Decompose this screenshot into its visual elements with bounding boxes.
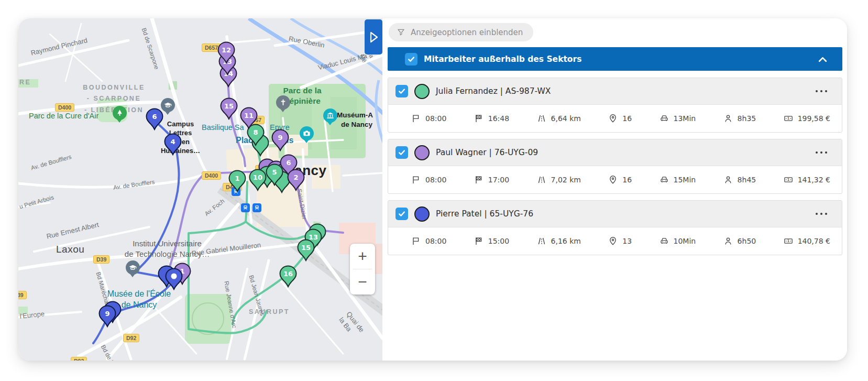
employee-checkbox[interactable] bbox=[395, 146, 408, 159]
employee-row-header[interactable]: Paul Wagner | 76-UYG-09 bbox=[388, 139, 842, 166]
route-pin-6[interactable]: 6 bbox=[146, 108, 163, 130]
map-label: Bd de F bbox=[99, 343, 116, 361]
check-icon bbox=[398, 87, 406, 95]
road-icon bbox=[537, 236, 546, 246]
route-pin-4[interactable]: 4 bbox=[164, 133, 182, 156]
route-pin-1[interactable]: 1 bbox=[228, 170, 246, 192]
map-label: Rue Gabriel Mouilleron bbox=[191, 241, 261, 258]
finish-flag-icon bbox=[474, 114, 484, 123]
row-menu-button[interactable] bbox=[815, 210, 828, 218]
row-menu-button[interactable] bbox=[815, 148, 828, 157]
check-icon bbox=[407, 55, 415, 63]
church-poi-icon[interactable] bbox=[276, 95, 290, 110]
map-zoom-control: + − bbox=[350, 244, 375, 295]
stat-banknote: 140,78 € bbox=[784, 236, 830, 246]
depot-pin[interactable] bbox=[165, 268, 183, 290]
section-header[interactable]: Mitarbeiter außerhalb des Sektors bbox=[388, 47, 842, 71]
tree-poi-icon[interactable] bbox=[113, 106, 127, 120]
row-menu-button[interactable] bbox=[815, 87, 828, 95]
svg-text:9: 9 bbox=[105, 310, 109, 318]
road-shield: D400 bbox=[55, 103, 74, 112]
route-pin-9[interactable]: 9 bbox=[98, 305, 116, 328]
stat-road: 7,02 km bbox=[537, 175, 581, 184]
employee-stats: 08:0015:006,16 km1310Min6h50140,78 € bbox=[388, 227, 842, 255]
stops-pin-icon bbox=[608, 236, 618, 246]
stat-car: 15Min bbox=[660, 175, 696, 184]
camera-poi-icon[interactable] bbox=[300, 126, 314, 140]
svg-text:4: 4 bbox=[170, 138, 175, 146]
svg-text:16: 16 bbox=[283, 270, 293, 278]
stat-person: 8h35 bbox=[723, 114, 756, 123]
route-pin-9[interactable]: 9 bbox=[271, 129, 289, 151]
display-options-button[interactable]: Anzeigeoptionen einblenden bbox=[389, 23, 533, 41]
route-pin-15[interactable]: 15 bbox=[297, 239, 315, 262]
banknote-icon bbox=[784, 175, 793, 184]
train-station-icon[interactable] bbox=[252, 203, 261, 212]
cap-poi-icon[interactable] bbox=[126, 260, 140, 275]
display-options-label: Anzeigeoptionen einblenden bbox=[411, 28, 523, 37]
employee-name: Pierre Patel | 65-UYG-76 bbox=[436, 209, 533, 219]
map-label: Basilique Sa bbox=[202, 122, 244, 133]
employee-checkbox[interactable] bbox=[395, 208, 408, 220]
section-checkbox[interactable] bbox=[405, 53, 417, 66]
banknote-icon bbox=[784, 114, 793, 123]
map-label: u Petit Arbois bbox=[18, 193, 55, 211]
employee-stats: 08:0017:007,02 km1615Min8h45141,32 € bbox=[388, 166, 842, 193]
stat-start-flag: 08:00 bbox=[411, 236, 446, 246]
map-label: de Nancy bbox=[341, 120, 372, 130]
map-label: Av. de Boufflers bbox=[30, 153, 72, 172]
start-flag-icon bbox=[411, 175, 421, 184]
route-pin-16[interactable]: 16 bbox=[279, 265, 297, 288]
map-label: Rue Oberlin bbox=[288, 34, 326, 50]
route-pin-11[interactable]: 11 bbox=[240, 107, 258, 129]
svg-text:15: 15 bbox=[224, 102, 234, 110]
map-label: Rue Ernest Albert bbox=[46, 220, 100, 242]
person-icon bbox=[723, 175, 733, 184]
stat-road: 6,16 km bbox=[537, 236, 581, 246]
map-label: Raymond Pinchard bbox=[30, 36, 89, 58]
collapse-section-button[interactable] bbox=[818, 56, 828, 63]
employee-row: Pierre Patel | 65-UYG-76 08:0015:006,16 … bbox=[388, 200, 842, 255]
employee-row-header[interactable]: Julia Fernandez | AS-987-WX bbox=[388, 78, 842, 105]
map-label: Muséum-A bbox=[337, 111, 373, 121]
person-icon bbox=[723, 236, 733, 246]
car-icon bbox=[660, 175, 669, 184]
map-canvas[interactable]: Raymond PinchardREBOUDONVILLE - SCARPONE… bbox=[18, 18, 382, 361]
map-label: Viaduc Louis Ma bbox=[317, 51, 368, 73]
employee-checkbox[interactable] bbox=[395, 85, 408, 97]
map-label: Laxou bbox=[56, 243, 84, 257]
map-label: Bd Jean Jaurès bbox=[247, 274, 267, 317]
road-icon bbox=[537, 175, 546, 184]
route-pin-12[interactable]: 12 bbox=[217, 41, 235, 64]
arrow-right-icon bbox=[368, 30, 379, 44]
stat-stops-pin: 16 bbox=[608, 114, 632, 123]
map-label: SAURUPT bbox=[249, 307, 290, 318]
map-label: Av. de Boufflers bbox=[113, 178, 155, 192]
filter-icon bbox=[397, 28, 405, 36]
employee-row-header[interactable]: Pierre Patel | 65-UYG-76 bbox=[388, 201, 842, 227]
museum-poi-icon[interactable] bbox=[323, 108, 337, 123]
stat-banknote: 199,58 € bbox=[784, 114, 830, 123]
svg-text:1: 1 bbox=[235, 175, 239, 182]
map-label: Av. Foch bbox=[203, 197, 226, 218]
car-icon bbox=[660, 236, 669, 246]
train-station-icon[interactable] bbox=[241, 203, 250, 212]
svg-text:6: 6 bbox=[152, 113, 157, 121]
finish-flag-icon bbox=[474, 236, 484, 246]
map-label: Parc de la Cure d'Air bbox=[29, 111, 98, 121]
person-icon bbox=[723, 114, 733, 123]
zoom-in-button[interactable]: + bbox=[350, 244, 375, 269]
route-pin-15[interactable]: 15 bbox=[220, 97, 238, 120]
road-shield: D400 bbox=[202, 171, 221, 180]
road-shield: D39 bbox=[93, 255, 109, 264]
finish-flag-icon bbox=[474, 175, 484, 184]
expand-panel-button[interactable] bbox=[365, 19, 382, 55]
side-panel: Anzeigeoptionen einblenden Mitarbeiter a… bbox=[382, 18, 847, 361]
svg-text:2: 2 bbox=[293, 173, 298, 181]
road-shield: 39 bbox=[18, 291, 27, 299]
route-pin-10[interactable]: 10 bbox=[249, 169, 267, 191]
route-pin-2[interactable]: 2 bbox=[287, 169, 305, 191]
map-label: RE bbox=[19, 77, 31, 88]
start-flag-icon bbox=[411, 236, 421, 246]
zoom-out-button[interactable]: − bbox=[350, 269, 375, 295]
